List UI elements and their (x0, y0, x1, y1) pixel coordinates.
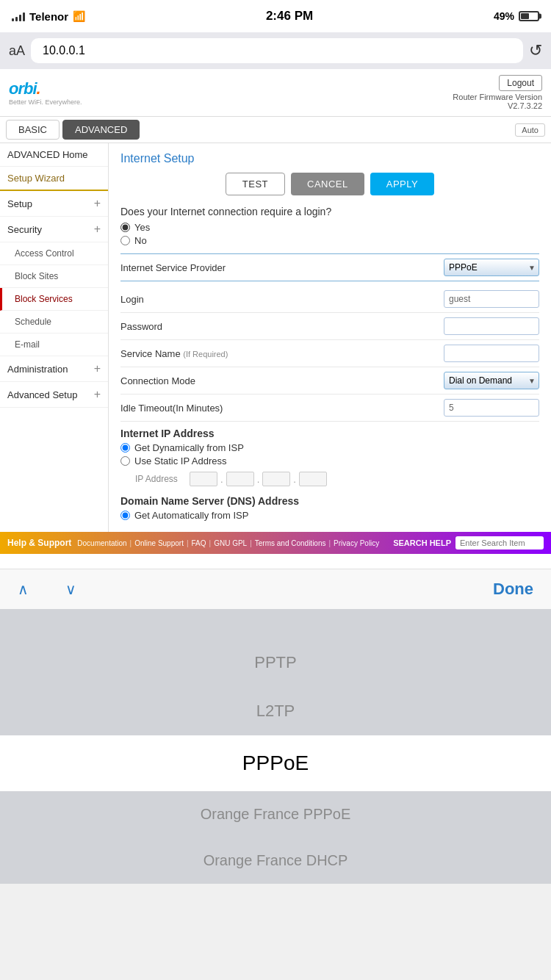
radio-get-auto-dns[interactable] (120, 511, 130, 520)
picker-item-orange-dhcp[interactable]: Orange France DHCP (0, 837, 551, 884)
orbi-tagline: Better WiFi. Everywhere. (9, 98, 82, 106)
sidebar-item-administration[interactable]: Administration + (0, 356, 108, 382)
picker-item-pptp[interactable]: PPTP (0, 638, 551, 687)
sidebar-label-advanced-setup: Advanced Setup (7, 389, 77, 400)
isp-field-row: Internet Service Provider PPPoE PPTP L2T… (120, 253, 539, 281)
radio-yes-row: Yes (120, 222, 539, 233)
tab-basic[interactable]: BASIC (6, 120, 60, 140)
cancel-button[interactable]: CANCEL (291, 173, 364, 195)
help-link-documentation[interactable]: Documentation (77, 539, 126, 547)
picker-item-orange-pppoe[interactable]: Orange France PPPoE (0, 791, 551, 837)
ip-box-1[interactable] (190, 472, 217, 486)
sidebar-item-setup[interactable]: Setup + (0, 191, 108, 217)
help-label: Help & Support (7, 538, 71, 548)
connection-mode-field-row: Connection Mode Dial on Demand Always On (120, 367, 539, 394)
done-button[interactable]: Done (493, 580, 533, 599)
ip-box-4[interactable] (299, 472, 327, 486)
connection-mode-select-wrapper[interactable]: Dial on Demand Always On (444, 372, 539, 389)
sidebar-expand-security-icon: + (94, 223, 101, 236)
login-field-row: Login (120, 286, 539, 313)
get-auto-dns-row: Get Automatically from ISP (120, 510, 539, 521)
sidebar-label-schedule: Schedule (15, 317, 51, 327)
sidebar-item-security[interactable]: Security + (0, 217, 108, 242)
main-panel: Internet Setup TEST CANCEL APPLY Does yo… (109, 143, 551, 532)
help-link-privacy[interactable]: Privacy Policy (334, 539, 379, 547)
help-link-online-support[interactable]: Online Support (134, 539, 184, 547)
action-buttons: TEST CANCEL APPLY (120, 173, 539, 195)
sidebar-item-block-services[interactable]: Block Services (0, 288, 108, 311)
firmware-version: V2.7.3.22 (453, 101, 542, 110)
password-label: Password (120, 321, 162, 332)
picker-item-pppoe[interactable]: PPPoE (0, 735, 551, 791)
password-input[interactable] (444, 317, 539, 335)
get-auto-dns-label: Get Automatically from ISP (134, 510, 248, 521)
nav-down-arrow[interactable]: ∨ (65, 580, 76, 598)
sidebar-item-schedule[interactable]: Schedule (0, 311, 108, 334)
isp-select[interactable]: PPPoE PPTP L2TP Orange France PPPoE Oran… (444, 259, 539, 276)
orbi-logo: orbi. Better WiFi. Everywhere. (9, 79, 82, 106)
router-header: orbi. Better WiFi. Everywhere. Logout Ro… (0, 69, 551, 117)
ip-dot-3: . (293, 474, 296, 485)
radio-use-static[interactable] (120, 456, 130, 466)
wifi-icon: 📶 (73, 10, 85, 22)
help-link-gnu-gpl[interactable]: GNU GPL (214, 539, 247, 547)
picker-area: PPTP L2TP PPPoE Orange France PPPoE Oran… (0, 609, 551, 884)
question-text: Does your Internet connection require a … (120, 206, 539, 217)
help-link-terms[interactable]: Terms and Conditions (255, 539, 326, 547)
section-title: Internet Setup (120, 152, 539, 165)
sidebar-item-email[interactable]: E-mail (0, 334, 108, 356)
picker-item-l2tp[interactable]: L2TP (0, 687, 551, 735)
ip-box-2[interactable] (226, 472, 254, 486)
battery-icon (519, 11, 539, 21)
dns-section-title: Domain Name Server (DNS) Address (120, 495, 539, 507)
service-name-input[interactable] (444, 345, 539, 362)
status-right: 49% (494, 10, 539, 22)
radio-no[interactable] (120, 236, 130, 245)
refresh-icon[interactable]: ↺ (529, 41, 542, 60)
tab-advanced[interactable]: ADVANCED (62, 120, 140, 140)
sidebar-label-security: Security (7, 224, 42, 235)
sidebar-expand-setup-icon: + (94, 197, 101, 210)
service-name-field-row: Service Name (If Required) (120, 340, 539, 367)
help-link-faq[interactable]: FAQ (192, 539, 206, 547)
radio-no-label: No (134, 235, 147, 246)
radio-yes-label: Yes (134, 222, 150, 233)
sidebar-item-advanced-setup[interactable]: Advanced Setup + (0, 382, 108, 408)
radio-yes[interactable] (120, 223, 130, 232)
logout-button[interactable]: Logout (499, 75, 542, 91)
ip-box-3[interactable] (262, 472, 290, 486)
router-page: orbi. Better WiFi. Everywhere. Logout Ro… (0, 69, 551, 569)
sidebar-label-advanced-home: ADVANCED Home (7, 149, 88, 160)
login-label: Login (120, 294, 144, 305)
sidebar-item-block-sites[interactable]: Block Sites (0, 265, 108, 288)
sidebar-label-setup-wizard: Setup Wizard (7, 173, 65, 184)
idle-timeout-field-row: Idle Timeout(In Minutes) (120, 394, 539, 422)
login-question: Does your Internet connection require a … (120, 206, 539, 246)
idle-timeout-label: Idle Timeout(In Minutes) (120, 403, 223, 414)
radio-get-dynamically[interactable] (120, 443, 130, 453)
isp-select-wrapper[interactable]: PPPoE PPTP L2TP Orange France PPPoE Oran… (444, 259, 539, 276)
test-button[interactable]: TEST (226, 173, 285, 195)
apply-button[interactable]: APPLY (370, 173, 434, 195)
url-bar[interactable]: 10.0.0.1 (31, 38, 523, 63)
content-area: ADVANCED Home Setup Wizard Setup + Secur… (0, 143, 551, 532)
status-bar: Telenor 📶 2:46 PM 49% (0, 0, 551, 32)
connection-mode-select[interactable]: Dial on Demand Always On (444, 372, 539, 389)
idle-timeout-input[interactable] (444, 399, 539, 417)
search-help-input[interactable] (455, 536, 544, 550)
carrier-label: Telenor (29, 10, 68, 23)
sidebar: ADVANCED Home Setup Wizard Setup + Secur… (0, 143, 109, 532)
sidebar-item-advanced-home[interactable]: ADVANCED Home (0, 143, 108, 167)
isp-label: Internet Service Provider (120, 262, 226, 273)
login-input[interactable] (444, 290, 539, 308)
ip-section-title: Internet IP Address (120, 428, 539, 439)
font-size-control[interactable]: aA (9, 43, 25, 59)
get-dynamically-label: Get Dynamically from ISP (134, 442, 244, 453)
nav-tabs: BASIC ADVANCED Auto (0, 117, 551, 143)
sidebar-item-setup-wizard[interactable]: Setup Wizard (0, 167, 108, 191)
nav-up-arrow[interactable]: ∧ (18, 580, 29, 598)
sidebar-item-access-control[interactable]: Access Control (0, 242, 108, 265)
firmware-label: Router Firmware Version (453, 93, 542, 101)
sidebar-expand-administration-icon: + (94, 362, 101, 375)
ip-address-label: IP Address (135, 474, 187, 484)
